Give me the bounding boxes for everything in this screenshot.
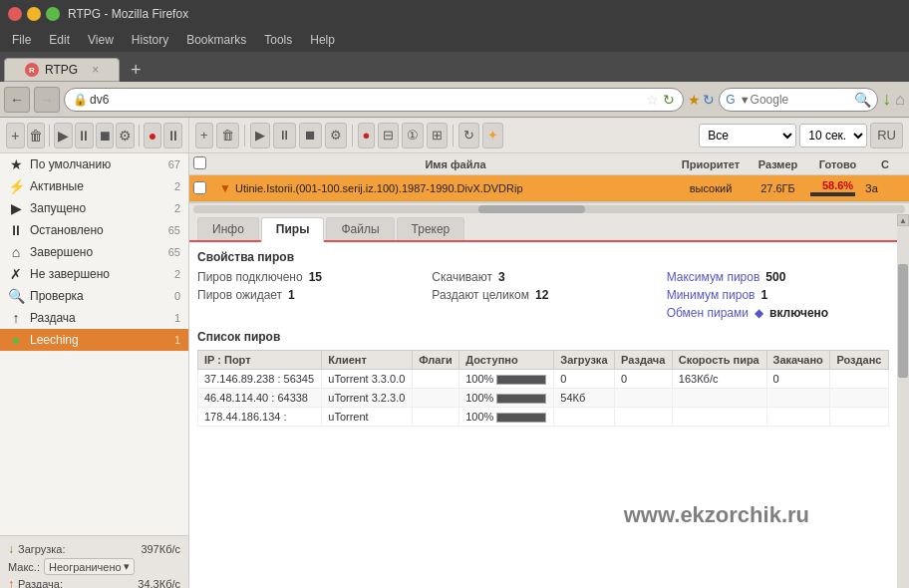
start-button[interactable]: ▶ [54,123,73,148]
sidebar-item-leeching[interactable]: ● Leeching 1 [0,329,188,351]
peer-upload-0: 0 [615,370,673,389]
tab-info[interactable]: Инфо [197,217,259,240]
norm-btn[interactable]: ⊟ [378,123,399,148]
sidebar-count-stopped: 65 [160,224,180,236]
bookmark-star-icon[interactable]: ☆ [646,92,659,108]
peer-progress-bar-1 [496,394,546,404]
sidebar-label-leeching: Leeching [30,333,154,347]
play-button[interactable]: ▶ [250,123,270,148]
refresh-icon[interactable]: ↻ [703,92,715,108]
minimize-button[interactable] [27,7,41,21]
hscroll-thumb[interactable] [478,205,585,213]
download-icon[interactable]: ↓ [882,89,891,110]
scroll-thumb[interactable] [898,264,908,378]
one-btn[interactable]: ① [402,123,424,148]
pause-ctrl-button[interactable]: ⏸ [273,123,296,148]
address-box[interactable]: 🔒 dv6 ☆ ↻ [64,88,684,112]
tab-files[interactable]: Файлы [326,217,394,240]
download-max-select[interactable]: Неограничено ▾ [44,558,135,575]
add-button[interactable]: + [195,123,213,148]
peer-row-0[interactable]: 37.146.89.238 : 56345 uTorrent 3.3.0.0 1… [198,370,889,389]
menu-view[interactable]: View [80,31,122,49]
up-btn[interactable]: ⊞ [427,123,448,148]
peer-row-1[interactable]: 46.48.114.40 : 64338 uTorrent 3.2.3.0 10… [198,389,889,408]
download-speed-value: 397Кб/с [141,543,180,555]
add-torrent-button[interactable]: + [6,123,25,148]
close-button[interactable] [8,7,22,21]
running-icon: ▶ [8,200,24,216]
search-box[interactable]: G ▼ 🔍 [719,88,878,112]
details-tabs: Инфо Пиры Файлы Трекер [189,214,897,242]
tab-rtpg[interactable]: R RTPG × [4,58,120,82]
star-ctrl-button[interactable]: ✦ [482,123,503,148]
filter-select[interactable]: Все Активные Неактивные [699,124,796,147]
window-controls[interactable] [8,7,60,21]
sidebar-label-checking: Проверка [30,289,154,303]
menu-history[interactable]: History [124,31,176,49]
back-button[interactable]: ← [4,87,30,113]
sidebar-item-active[interactable]: ⚡ Активные 2 [0,175,188,197]
settings-ctrl-button[interactable]: ⚙ [325,123,347,148]
sidebar-item-default[interactable]: ★ По умолчанию 67 [0,153,188,175]
search-engine-label: ▼ [740,94,751,106]
record-button[interactable]: ● [144,123,162,148]
settings-button[interactable]: ⚙ [116,123,135,148]
tab-close-icon[interactable]: × [92,63,99,77]
row-checkbox-container[interactable] [193,181,215,194]
seeding-prop: Раздают целиком 12 [432,288,654,302]
stop-button[interactable]: ⏹ [96,123,115,148]
hscroll-track[interactable] [193,205,905,213]
menu-file[interactable]: File [4,31,39,49]
table-row[interactable]: ▼ Utinie.Istorii.(001-100.serij.iz.100).… [189,175,909,201]
home-icon[interactable]: ⌂ [895,91,905,109]
search-input[interactable] [751,93,855,107]
record-ctrl-button[interactable]: ● [358,123,376,148]
sidebar-label-active: Активные [30,179,154,193]
sidebar-item-running[interactable]: ▶ Запущено 2 [0,197,188,219]
scroll-track[interactable] [897,226,909,588]
incomplete-icon: ✗ [8,266,24,282]
vertical-scrollbar[interactable]: ▲ ▼ [897,214,909,588]
pause2-button[interactable]: ⏸ [163,123,182,148]
header-ready: Готово [810,158,865,170]
address-text: dv6 [90,93,646,107]
tab-bar: R RTPG × + [0,52,909,82]
upload-speed-row: ↑ Раздача: 34.3Кб/с [8,577,180,588]
peer-row-2[interactable]: 178.44.186.134 : uTorrent 100% [198,408,889,427]
sidebar-count-active: 2 [160,180,180,192]
select-all-checkbox[interactable] [193,156,206,169]
row-checkbox[interactable] [193,181,206,194]
interval-select[interactable]: 10 сек. 30 сек. 1 мин. [799,124,867,147]
scroll-up-button[interactable]: ▲ [897,214,909,226]
default-icon: ★ [8,156,24,172]
seeding-value: 12 [535,288,548,302]
connected-prop: Пиров подключено 15 [197,270,420,284]
menu-tools[interactable]: Tools [256,31,300,49]
stop-ctrl-button[interactable]: ⏹ [299,123,322,148]
sidebar-item-finished[interactable]: ⌂ Завершено 65 [0,241,188,263]
menu-edit[interactable]: Edit [41,31,78,49]
sidebar-item-incomplete[interactable]: ✗ Не завершено 2 [0,263,188,285]
peer-progress-bar-2 [496,413,546,423]
menu-help[interactable]: Help [302,31,343,49]
remove-torrent-button[interactable]: 🗑 [27,123,46,148]
maximize-button[interactable] [46,7,60,21]
sidebar-count-default: 67 [160,158,180,170]
new-tab-button[interactable]: + [124,58,148,82]
th-ip: IP : Порт [198,351,322,370]
lang-button[interactable]: RU [870,123,903,148]
refresh-ctrl-button[interactable]: ↻ [458,123,479,148]
sidebar-item-seeding[interactable]: ↑ Раздача 1 [0,307,188,329]
forward-button[interactable]: → [34,87,60,113]
menu-bookmarks[interactable]: Bookmarks [178,31,254,49]
peer-available-1: 100% [459,389,554,408]
tab-peers[interactable]: Пиры [261,217,325,242]
search-icon[interactable]: 🔍 [854,92,871,108]
sidebar-item-checking[interactable]: 🔍 Проверка 0 [0,285,188,307]
reload-icon[interactable]: ↻ [663,92,675,108]
pause-button[interactable]: ⏸ [75,123,94,148]
tab-tracker[interactable]: Трекер [397,217,465,240]
sidebar-item-stopped[interactable]: ⏸ Остановлено 65 [0,219,188,241]
horizontal-scrollbar[interactable] [189,202,909,214]
remove-button[interactable]: 🗑 [216,123,239,148]
